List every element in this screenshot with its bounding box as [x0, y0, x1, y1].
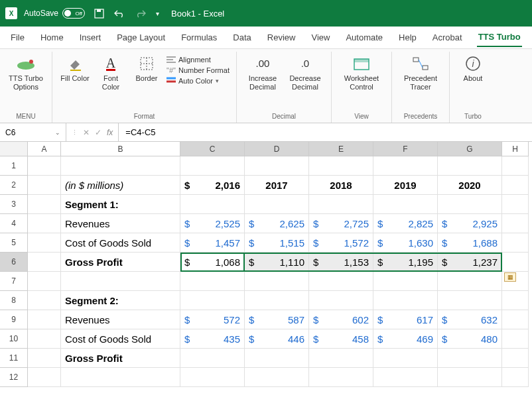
cell[interactable]: $2,925 [438, 214, 502, 233]
row-header[interactable]: 11 [0, 349, 28, 368]
col-header-a[interactable]: A [28, 142, 61, 156]
cell[interactable] [28, 329, 61, 349]
expand-icon[interactable]: ⋮ [72, 129, 78, 136]
cell[interactable]: Revenues [61, 310, 180, 329]
cell[interactable]: 2019 [373, 176, 438, 195]
cell[interactable]: $2,725 [309, 214, 373, 233]
tab-data[interactable]: Data [232, 29, 252, 46]
cell[interactable] [61, 368, 180, 387]
row-header[interactable]: 9 [0, 310, 28, 329]
enter-icon[interactable]: ✓ [95, 128, 101, 137]
cell[interactable] [438, 272, 502, 291]
alignment-button[interactable]: Alignment [166, 56, 230, 64]
cell[interactable]: $587 [245, 310, 309, 329]
cell[interactable] [502, 253, 529, 272]
cell[interactable] [180, 272, 245, 291]
row-header[interactable]: 2 [0, 176, 28, 195]
cell[interactable]: $617 [373, 310, 438, 329]
cell[interactable] [373, 291, 438, 310]
col-header-h[interactable]: H [502, 142, 529, 156]
cell[interactable]: $1,630 [373, 233, 438, 253]
col-header-d[interactable]: D [245, 142, 309, 156]
name-box[interactable]: C6⌄ [0, 123, 66, 141]
number-format-button[interactable]: "#"Number Format [166, 66, 230, 74]
formula-input[interactable]: =C4-C5 [119, 127, 162, 137]
cell[interactable]: 2020 [438, 176, 502, 195]
cell[interactable] [373, 272, 438, 291]
cell[interactable] [180, 156, 245, 176]
cell[interactable]: $469 [373, 329, 438, 349]
cell[interactable]: (in $ millions) [61, 176, 180, 195]
row-header[interactable]: 1 [0, 156, 28, 176]
col-header-e[interactable]: E [309, 142, 373, 156]
cell[interactable]: Gross Profit [61, 349, 180, 368]
row-header[interactable]: 12 [0, 368, 28, 387]
cell[interactable] [28, 349, 61, 368]
cell[interactable]: $1,237▦ [438, 253, 502, 272]
cell[interactable]: $2,825 [373, 214, 438, 233]
cell[interactable]: Cost of Goods Sold [61, 233, 180, 253]
autosave-control[interactable]: AutoSave Off [24, 8, 85, 19]
cell[interactable]: $2,625 [245, 214, 309, 233]
row-header[interactable]: 3 [0, 195, 28, 214]
increase-decimal-button[interactable]: .00Increase Decimal [243, 52, 282, 94]
cell[interactable] [245, 349, 309, 368]
cell[interactable] [28, 310, 61, 329]
tab-file[interactable]: File [9, 29, 26, 46]
cell[interactable] [438, 349, 502, 368]
cell[interactable]: $1,688 [438, 233, 502, 253]
cell[interactable]: 2018 [309, 176, 373, 195]
cell[interactable] [438, 368, 502, 387]
cell[interactable] [309, 195, 373, 214]
cell[interactable] [373, 156, 438, 176]
cell-active[interactable]: $1,068 [180, 253, 245, 272]
cell[interactable] [438, 156, 502, 176]
cell[interactable] [502, 310, 529, 329]
col-header-g[interactable]: G [438, 142, 502, 156]
cell[interactable] [180, 368, 245, 387]
cell[interactable] [180, 349, 245, 368]
cell[interactable] [28, 195, 61, 214]
tts-turbo-options-button[interactable]: TTS Turbo Options [7, 52, 45, 94]
cell[interactable] [180, 291, 245, 310]
tab-formulas[interactable]: Formulas [180, 29, 218, 46]
cell[interactable] [245, 195, 309, 214]
tab-insert[interactable]: Insert [78, 29, 103, 46]
cell[interactable]: $2,016 [180, 176, 245, 195]
row-header[interactable]: 8 [0, 291, 28, 310]
fx-icon[interactable]: fx [107, 128, 113, 137]
cell[interactable]: $1,110 [245, 253, 309, 272]
cell[interactable] [28, 156, 61, 176]
cell[interactable] [61, 156, 180, 176]
cell[interactable]: $435 [180, 329, 245, 349]
cell[interactable]: $1,572 [309, 233, 373, 253]
cell[interactable] [373, 195, 438, 214]
cell[interactable] [28, 291, 61, 310]
undo-icon[interactable] [113, 9, 125, 18]
cell[interactable]: $602 [309, 310, 373, 329]
cell[interactable] [61, 272, 180, 291]
tab-home[interactable]: Home [39, 29, 65, 46]
cell[interactable] [502, 233, 529, 253]
cancel-icon[interactable]: ✕ [83, 128, 90, 137]
worksheet-control-button[interactable]: Worksheet Control [338, 52, 385, 94]
col-header-b[interactable]: B [61, 142, 180, 156]
cell[interactable] [502, 214, 529, 233]
row-header[interactable]: 5 [0, 233, 28, 253]
cell[interactable]: Segment 2: [61, 291, 180, 310]
cell[interactable] [309, 349, 373, 368]
cell[interactable]: 2017 [245, 176, 309, 195]
cell[interactable] [502, 156, 529, 176]
spreadsheet-grid[interactable]: A B C D E F G H 1 2 (in $ millions) $2,0… [0, 142, 532, 387]
cell[interactable] [309, 291, 373, 310]
cell[interactable]: $1,457 [180, 233, 245, 253]
cell[interactable] [373, 368, 438, 387]
col-header-c[interactable]: C [180, 142, 245, 156]
tab-page-layout[interactable]: Page Layout [115, 29, 166, 46]
tab-view[interactable]: View [310, 29, 331, 46]
cell[interactable] [180, 195, 245, 214]
tab-automate[interactable]: Automate [344, 29, 384, 46]
decrease-decimal-button[interactable]: .0Decrease Decimal [286, 52, 324, 94]
cell[interactable] [502, 272, 529, 291]
tab-tts-turbo[interactable]: TTS Turbo [477, 28, 522, 47]
